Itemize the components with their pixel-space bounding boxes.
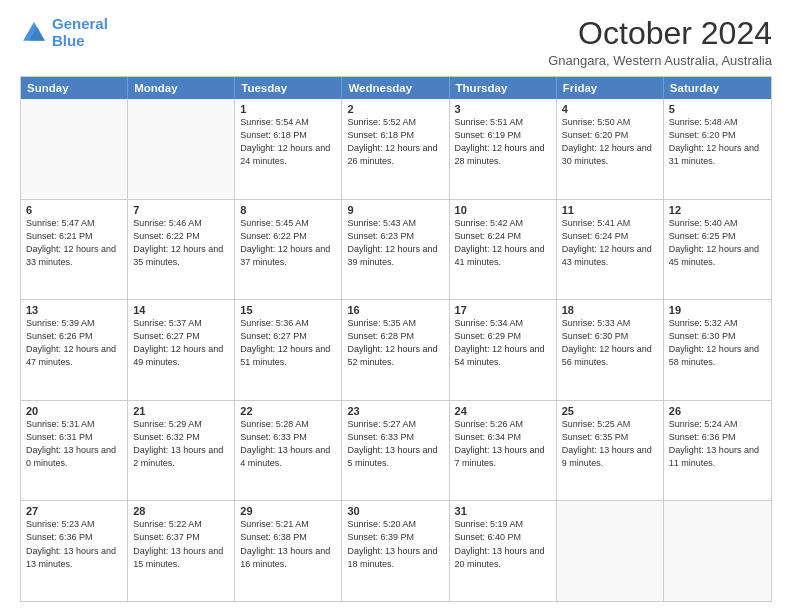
day-number: 27 [26, 505, 122, 517]
day-info: Sunrise: 5:29 AM Sunset: 6:32 PM Dayligh… [133, 418, 229, 470]
calendar-week-2: 6Sunrise: 5:47 AM Sunset: 6:21 PM Daylig… [21, 200, 771, 301]
calendar-cell [557, 501, 664, 601]
day-info: Sunrise: 5:42 AM Sunset: 6:24 PM Dayligh… [455, 217, 551, 269]
calendar-cell: 11Sunrise: 5:41 AM Sunset: 6:24 PM Dayli… [557, 200, 664, 300]
calendar-cell: 1Sunrise: 5:54 AM Sunset: 6:18 PM Daylig… [235, 99, 342, 199]
calendar-cell [21, 99, 128, 199]
day-number: 20 [26, 405, 122, 417]
calendar-cell: 25Sunrise: 5:25 AM Sunset: 6:35 PM Dayli… [557, 401, 664, 501]
calendar-cell: 14Sunrise: 5:37 AM Sunset: 6:27 PM Dayli… [128, 300, 235, 400]
day-info: Sunrise: 5:45 AM Sunset: 6:22 PM Dayligh… [240, 217, 336, 269]
calendar-body: 1Sunrise: 5:54 AM Sunset: 6:18 PM Daylig… [21, 99, 771, 601]
day-number: 11 [562, 204, 658, 216]
calendar-week-3: 13Sunrise: 5:39 AM Sunset: 6:26 PM Dayli… [21, 300, 771, 401]
header-day-tuesday: Tuesday [235, 77, 342, 99]
calendar: SundayMondayTuesdayWednesdayThursdayFrid… [20, 76, 772, 602]
day-number: 23 [347, 405, 443, 417]
day-info: Sunrise: 5:34 AM Sunset: 6:29 PM Dayligh… [455, 317, 551, 369]
day-number: 19 [669, 304, 766, 316]
header-day-friday: Friday [557, 77, 664, 99]
header-day-wednesday: Wednesday [342, 77, 449, 99]
calendar-cell: 5Sunrise: 5:48 AM Sunset: 6:20 PM Daylig… [664, 99, 771, 199]
day-info: Sunrise: 5:32 AM Sunset: 6:30 PM Dayligh… [669, 317, 766, 369]
calendar-cell: 7Sunrise: 5:46 AM Sunset: 6:22 PM Daylig… [128, 200, 235, 300]
day-info: Sunrise: 5:19 AM Sunset: 6:40 PM Dayligh… [455, 518, 551, 570]
calendar-cell: 26Sunrise: 5:24 AM Sunset: 6:36 PM Dayli… [664, 401, 771, 501]
calendar-cell: 20Sunrise: 5:31 AM Sunset: 6:31 PM Dayli… [21, 401, 128, 501]
day-info: Sunrise: 5:40 AM Sunset: 6:25 PM Dayligh… [669, 217, 766, 269]
day-info: Sunrise: 5:25 AM Sunset: 6:35 PM Dayligh… [562, 418, 658, 470]
calendar-cell: 16Sunrise: 5:35 AM Sunset: 6:28 PM Dayli… [342, 300, 449, 400]
calendar-cell: 10Sunrise: 5:42 AM Sunset: 6:24 PM Dayli… [450, 200, 557, 300]
page: General Blue October 2024 Gnangara, West… [0, 0, 792, 612]
day-number: 15 [240, 304, 336, 316]
day-info: Sunrise: 5:28 AM Sunset: 6:33 PM Dayligh… [240, 418, 336, 470]
header-day-monday: Monday [128, 77, 235, 99]
day-number: 16 [347, 304, 443, 316]
day-number: 9 [347, 204, 443, 216]
day-number: 22 [240, 405, 336, 417]
day-info: Sunrise: 5:52 AM Sunset: 6:18 PM Dayligh… [347, 116, 443, 168]
calendar-cell: 30Sunrise: 5:20 AM Sunset: 6:39 PM Dayli… [342, 501, 449, 601]
day-info: Sunrise: 5:43 AM Sunset: 6:23 PM Dayligh… [347, 217, 443, 269]
calendar-cell: 18Sunrise: 5:33 AM Sunset: 6:30 PM Dayli… [557, 300, 664, 400]
calendar-cell [664, 501, 771, 601]
day-number: 12 [669, 204, 766, 216]
day-number: 26 [669, 405, 766, 417]
calendar-cell: 12Sunrise: 5:40 AM Sunset: 6:25 PM Dayli… [664, 200, 771, 300]
calendar-cell: 6Sunrise: 5:47 AM Sunset: 6:21 PM Daylig… [21, 200, 128, 300]
day-number: 4 [562, 103, 658, 115]
day-info: Sunrise: 5:36 AM Sunset: 6:27 PM Dayligh… [240, 317, 336, 369]
calendar-cell: 21Sunrise: 5:29 AM Sunset: 6:32 PM Dayli… [128, 401, 235, 501]
day-info: Sunrise: 5:48 AM Sunset: 6:20 PM Dayligh… [669, 116, 766, 168]
month-title: October 2024 [548, 16, 772, 51]
day-number: 6 [26, 204, 122, 216]
day-number: 8 [240, 204, 336, 216]
day-number: 7 [133, 204, 229, 216]
logo-text: General Blue [52, 16, 108, 49]
header-day-thursday: Thursday [450, 77, 557, 99]
header: General Blue October 2024 Gnangara, West… [20, 16, 772, 68]
day-number: 30 [347, 505, 443, 517]
calendar-week-5: 27Sunrise: 5:23 AM Sunset: 6:36 PM Dayli… [21, 501, 771, 601]
calendar-cell: 13Sunrise: 5:39 AM Sunset: 6:26 PM Dayli… [21, 300, 128, 400]
calendar-cell: 4Sunrise: 5:50 AM Sunset: 6:20 PM Daylig… [557, 99, 664, 199]
calendar-cell: 15Sunrise: 5:36 AM Sunset: 6:27 PM Dayli… [235, 300, 342, 400]
day-number: 17 [455, 304, 551, 316]
logo-line2: Blue [52, 32, 85, 49]
header-day-sunday: Sunday [21, 77, 128, 99]
logo-line1: General [52, 15, 108, 32]
day-info: Sunrise: 5:23 AM Sunset: 6:36 PM Dayligh… [26, 518, 122, 570]
calendar-cell: 2Sunrise: 5:52 AM Sunset: 6:18 PM Daylig… [342, 99, 449, 199]
day-info: Sunrise: 5:51 AM Sunset: 6:19 PM Dayligh… [455, 116, 551, 168]
day-info: Sunrise: 5:21 AM Sunset: 6:38 PM Dayligh… [240, 518, 336, 570]
header-day-saturday: Saturday [664, 77, 771, 99]
calendar-cell [128, 99, 235, 199]
day-number: 24 [455, 405, 551, 417]
calendar-cell: 24Sunrise: 5:26 AM Sunset: 6:34 PM Dayli… [450, 401, 557, 501]
day-number: 21 [133, 405, 229, 417]
logo: General Blue [20, 16, 108, 49]
calendar-cell: 29Sunrise: 5:21 AM Sunset: 6:38 PM Dayli… [235, 501, 342, 601]
day-info: Sunrise: 5:20 AM Sunset: 6:39 PM Dayligh… [347, 518, 443, 570]
day-info: Sunrise: 5:37 AM Sunset: 6:27 PM Dayligh… [133, 317, 229, 369]
calendar-cell: 31Sunrise: 5:19 AM Sunset: 6:40 PM Dayli… [450, 501, 557, 601]
day-number: 31 [455, 505, 551, 517]
day-number: 28 [133, 505, 229, 517]
calendar-header: SundayMondayTuesdayWednesdayThursdayFrid… [21, 77, 771, 99]
day-info: Sunrise: 5:41 AM Sunset: 6:24 PM Dayligh… [562, 217, 658, 269]
title-block: October 2024 Gnangara, Western Australia… [548, 16, 772, 68]
day-info: Sunrise: 5:31 AM Sunset: 6:31 PM Dayligh… [26, 418, 122, 470]
day-info: Sunrise: 5:46 AM Sunset: 6:22 PM Dayligh… [133, 217, 229, 269]
calendar-week-4: 20Sunrise: 5:31 AM Sunset: 6:31 PM Dayli… [21, 401, 771, 502]
day-number: 2 [347, 103, 443, 115]
day-info: Sunrise: 5:39 AM Sunset: 6:26 PM Dayligh… [26, 317, 122, 369]
calendar-cell: 17Sunrise: 5:34 AM Sunset: 6:29 PM Dayli… [450, 300, 557, 400]
calendar-cell: 28Sunrise: 5:22 AM Sunset: 6:37 PM Dayli… [128, 501, 235, 601]
day-info: Sunrise: 5:27 AM Sunset: 6:33 PM Dayligh… [347, 418, 443, 470]
day-info: Sunrise: 5:35 AM Sunset: 6:28 PM Dayligh… [347, 317, 443, 369]
logo-icon [20, 19, 48, 47]
calendar-cell: 23Sunrise: 5:27 AM Sunset: 6:33 PM Dayli… [342, 401, 449, 501]
day-number: 3 [455, 103, 551, 115]
day-number: 29 [240, 505, 336, 517]
